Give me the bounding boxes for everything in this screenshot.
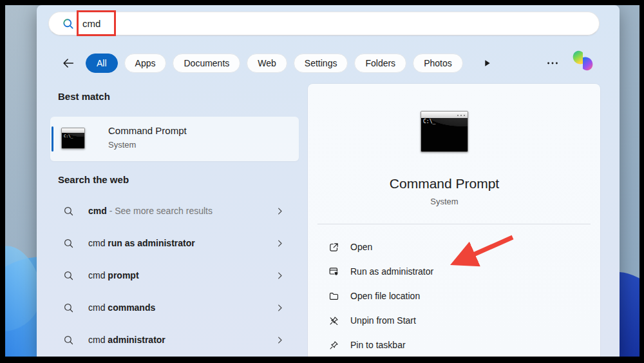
action-run-as-administrator[interactable]: Run as administrator xyxy=(308,259,600,284)
ellipsis-icon xyxy=(545,56,560,70)
filter-tab-label: Settings xyxy=(305,58,337,68)
action-label: Open file location xyxy=(350,291,420,301)
web-suggestion-row[interactable]: cmd prompt xyxy=(50,259,299,291)
chevron-right-icon xyxy=(275,271,285,280)
best-match-heading: Best match xyxy=(58,91,110,102)
command-prompt-icon: C:\_ xyxy=(61,128,85,149)
chevron-right-icon xyxy=(275,206,285,216)
copilot-button[interactable] xyxy=(569,46,597,75)
chevron-right-icon xyxy=(275,335,285,345)
filter-tab-web[interactable]: Web xyxy=(247,54,287,73)
action-label: Unpin from Start xyxy=(350,315,416,326)
search-icon xyxy=(63,302,74,313)
chevron-right-icon xyxy=(275,239,285,248)
folder-icon xyxy=(328,291,339,302)
filter-tab-label: Apps xyxy=(135,58,156,68)
result-subtitle: System xyxy=(108,140,136,150)
preview-subtitle: System xyxy=(308,197,581,206)
filter-tab-all[interactable]: All xyxy=(86,54,118,73)
filter-tabs-row: All Apps Documents Web Settings Folders … xyxy=(59,52,495,75)
search-icon xyxy=(63,206,74,217)
web-suggestions-list: cmd - See more search results cmd run as… xyxy=(50,195,299,356)
filter-tab-settings[interactable]: Settings xyxy=(294,54,348,73)
preview-panel: C:\_ Command Prompt System Open Run as a… xyxy=(308,84,600,357)
search-icon xyxy=(63,335,74,346)
action-open-file-location[interactable]: Open file location xyxy=(308,284,600,308)
filter-tab-label: Photos xyxy=(424,58,452,68)
back-arrow-icon xyxy=(61,56,75,70)
suggestion-text: cmd - See more search results xyxy=(88,206,275,216)
play-triangle-icon xyxy=(482,58,492,68)
chevron-right-icon xyxy=(275,303,285,313)
more-options-button[interactable] xyxy=(544,55,561,71)
search-box[interactable] xyxy=(48,12,600,35)
copilot-icon xyxy=(570,48,596,74)
suggestion-text: cmd commands xyxy=(88,302,275,313)
preview-title: Command Prompt xyxy=(308,176,581,191)
filter-tab-documents[interactable]: Documents xyxy=(173,54,240,73)
pin-icon xyxy=(328,340,339,351)
action-label: Pin to taskbar xyxy=(350,340,406,350)
web-suggestion-row[interactable]: cmd run as administrator xyxy=(50,227,299,259)
unpin-icon xyxy=(328,315,339,326)
result-title: Command Prompt xyxy=(108,125,187,136)
web-suggestion-row[interactable]: cmd commands xyxy=(50,291,299,324)
suggestion-text: cmd administrator xyxy=(88,335,275,345)
filter-tab-photos[interactable]: Photos xyxy=(413,54,463,73)
open-icon xyxy=(328,242,339,253)
web-search-heading: Search the web xyxy=(58,174,129,185)
command-prompt-icon-large: C:\_ xyxy=(421,111,468,152)
action-label: Open xyxy=(350,242,372,252)
web-suggestion-row[interactable]: cmd administrator xyxy=(50,324,299,356)
selection-accent-bar xyxy=(52,126,53,152)
back-button[interactable] xyxy=(59,54,78,73)
action-unpin-from-start[interactable]: Unpin from Start xyxy=(308,308,600,333)
run-as-admin-icon xyxy=(328,266,339,277)
suggestion-text: cmd run as administrator xyxy=(88,238,275,248)
filter-tab-label: Folders xyxy=(365,58,395,68)
filter-tab-label: Web xyxy=(258,58,276,68)
best-match-result[interactable]: C:\_ Command Prompt System xyxy=(50,117,299,161)
suggestion-text: cmd prompt xyxy=(88,270,275,280)
search-icon xyxy=(63,238,74,249)
web-suggestion-row[interactable]: cmd - See more search results xyxy=(50,195,299,227)
divider xyxy=(317,224,591,224)
search-input[interactable] xyxy=(82,18,533,29)
filter-tab-apps[interactable]: Apps xyxy=(124,54,167,73)
action-pin-to-taskbar[interactable]: Pin to taskbar xyxy=(308,333,600,357)
search-icon xyxy=(63,270,74,281)
filter-tab-label: All xyxy=(97,58,107,68)
search-flyout-window: All Apps Documents Web Settings Folders … xyxy=(37,5,620,357)
search-icon xyxy=(62,17,75,30)
action-open[interactable]: Open xyxy=(308,235,600,259)
action-list: Open Run as administrator Open file loca… xyxy=(308,235,600,357)
filter-tab-folders[interactable]: Folders xyxy=(354,54,406,73)
filter-tab-label: Documents xyxy=(184,58,229,68)
action-label: Run as administrator xyxy=(350,266,433,277)
more-filters-button[interactable] xyxy=(478,55,495,72)
